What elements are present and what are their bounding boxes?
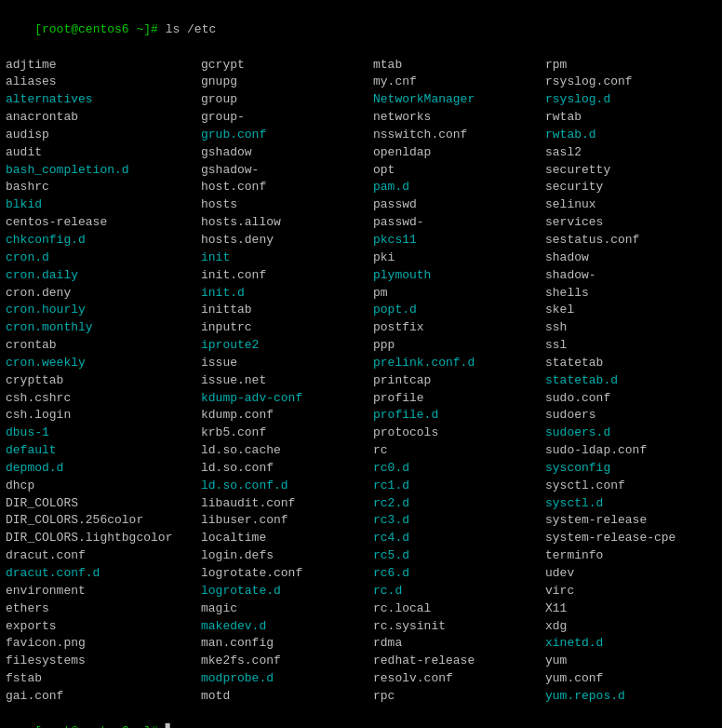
file-item: xdg bbox=[545, 618, 708, 636]
file-item: DIR_COLORS.lightbgcolor bbox=[6, 530, 201, 547]
file-item: issue.net bbox=[201, 372, 373, 390]
file-item: terminfo bbox=[545, 547, 708, 565]
file-item: yum.conf bbox=[545, 670, 708, 688]
file-item: prelink.conf.d bbox=[373, 355, 545, 372]
file-item: csh.login bbox=[6, 407, 201, 425]
file-item: rpc bbox=[373, 688, 545, 706]
file-item: login.defs bbox=[201, 547, 373, 565]
file-item: anacrontab bbox=[6, 109, 201, 127]
file-item: xinetd.d bbox=[545, 635, 708, 653]
file-item: plymouth bbox=[373, 267, 545, 285]
file-item: statetab bbox=[545, 355, 708, 372]
file-item: kdump.conf bbox=[201, 407, 373, 425]
prompt-user: [root@centos6 ~]# bbox=[34, 22, 158, 36]
file-item: grub.conf bbox=[201, 127, 373, 144]
file-item: environment bbox=[6, 583, 201, 600]
file-item: rsyslog.conf bbox=[545, 74, 708, 91]
file-item: aliases bbox=[6, 74, 201, 91]
file-item: rc3.d bbox=[373, 512, 545, 530]
file-item: issue bbox=[201, 355, 373, 372]
file-item: kdump-adv-conf bbox=[201, 390, 373, 408]
file-item: inputrc bbox=[201, 319, 373, 337]
file-item: gcrypt bbox=[201, 57, 373, 74]
file-item: resolv.conf bbox=[373, 670, 545, 688]
file-item: ssh bbox=[545, 319, 708, 337]
file-item: sudo-ldap.conf bbox=[545, 442, 708, 460]
file-item: ld.so.cache bbox=[201, 442, 373, 460]
file-item: audisp bbox=[6, 127, 201, 144]
file-item: hosts bbox=[201, 196, 373, 214]
file-item: hosts.allow bbox=[201, 214, 373, 232]
file-item: rc0.d bbox=[373, 460, 545, 478]
file-item: rc.local bbox=[373, 600, 545, 618]
cursor: ▋ bbox=[158, 724, 173, 728]
file-item: alternatives bbox=[6, 91, 201, 109]
file-item: rc.sysinit bbox=[373, 618, 545, 636]
file-item: mtab bbox=[373, 57, 545, 74]
file-item: krb5.conf bbox=[201, 425, 373, 442]
file-item: cron.monthly bbox=[6, 319, 201, 337]
file-item: networks bbox=[373, 109, 545, 127]
file-item: ld.so.conf bbox=[201, 460, 373, 478]
file-item: ethers bbox=[6, 600, 201, 618]
column-2: gcryptgnupggroupgroup-grub.confgshadowgs… bbox=[201, 57, 373, 706]
file-item: logrotate.d bbox=[201, 583, 373, 600]
file-item: cron.hourly bbox=[6, 302, 201, 319]
column-4: rpmrsyslog.confrsyslog.drwtabrwtab.dsasl… bbox=[545, 57, 708, 706]
file-item: pm bbox=[373, 285, 545, 303]
file-item: ppp bbox=[373, 337, 545, 355]
file-item: skel bbox=[545, 302, 708, 319]
file-item: rc bbox=[373, 442, 545, 460]
file-item: magic bbox=[201, 600, 373, 618]
file-item: profile bbox=[373, 390, 545, 408]
file-item: selinux bbox=[545, 196, 708, 214]
file-item: postfix bbox=[373, 319, 545, 337]
file-item: filesystems bbox=[6, 653, 201, 670]
file-item: man.config bbox=[201, 635, 373, 653]
file-item: shells bbox=[545, 285, 708, 303]
file-item: init bbox=[201, 249, 373, 267]
file-item: system-release-cpe bbox=[545, 530, 708, 547]
file-item: cron.d bbox=[6, 249, 201, 267]
file-item: printcap bbox=[373, 372, 545, 390]
file-item: sestatus.conf bbox=[545, 232, 708, 249]
file-item: X11 bbox=[545, 600, 708, 618]
file-item: centos-release bbox=[6, 214, 201, 232]
file-item: profile.d bbox=[373, 407, 545, 425]
file-item: libaudit.conf bbox=[201, 495, 373, 513]
file-item: sysconfig bbox=[545, 460, 708, 478]
file-item: bash_completion.d bbox=[6, 162, 201, 180]
file-item: motd bbox=[201, 688, 373, 706]
file-item: rpm bbox=[545, 57, 708, 74]
prompt-line-top: [root@centos6 ~]# ls /etc bbox=[6, 4, 716, 57]
file-item: rc6.d bbox=[373, 565, 545, 583]
file-item: DIR_COLORS bbox=[6, 495, 201, 513]
file-item: rc4.d bbox=[373, 530, 545, 547]
file-item: openldap bbox=[373, 144, 545, 162]
file-item: ssl bbox=[545, 337, 708, 355]
file-item: redhat-release bbox=[373, 653, 545, 670]
file-item: iproute2 bbox=[201, 337, 373, 355]
file-item: csh.cshrc bbox=[6, 390, 201, 408]
file-item: default bbox=[6, 442, 201, 460]
file-item: dbus-1 bbox=[6, 425, 201, 442]
file-item: sudoers.d bbox=[545, 425, 708, 442]
command-text: ls /etc bbox=[158, 22, 216, 36]
file-item: sasl2 bbox=[545, 144, 708, 162]
file-item: opt bbox=[373, 162, 545, 180]
file-item: rdma bbox=[373, 635, 545, 653]
file-item: dracut.conf.d bbox=[6, 565, 201, 583]
file-item: cron.deny bbox=[6, 285, 201, 303]
prompt-line-bottom: [root@centos6 ~]# ▋ bbox=[6, 706, 716, 728]
file-item: sudo.conf bbox=[545, 390, 708, 408]
file-item: audit bbox=[6, 144, 201, 162]
file-item: DIR_COLORS.256color bbox=[6, 512, 201, 530]
file-item: crontab bbox=[6, 337, 201, 355]
file-item: pki bbox=[373, 249, 545, 267]
file-item: system-release bbox=[545, 512, 708, 530]
file-item: adjtime bbox=[6, 57, 201, 74]
file-item: depmod.d bbox=[6, 460, 201, 478]
file-item: gshadow- bbox=[201, 162, 373, 180]
file-item: sudoers bbox=[545, 407, 708, 425]
file-listing: adjtimealiasesalternativesanacrontabaudi… bbox=[6, 57, 716, 706]
